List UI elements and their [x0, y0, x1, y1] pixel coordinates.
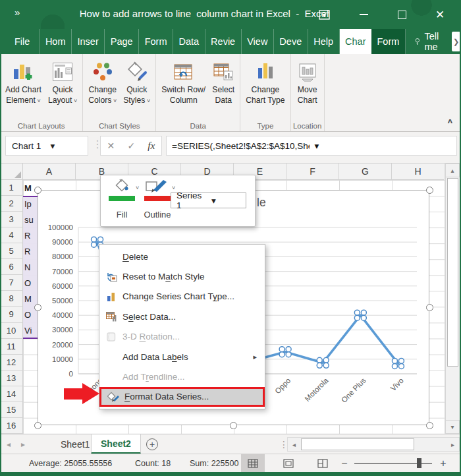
tab-page[interactable]: Page	[105, 29, 139, 54]
tab-deve[interactable]: Deve	[274, 29, 308, 54]
selected-point-marker[interactable]	[361, 310, 366, 315]
ribbon-button-change-chart-type[interactable]: ChangeChart Type	[242, 57, 288, 107]
sheet-nav-right-icon[interactable]: ▸	[21, 434, 25, 454]
vertical-scrollbar[interactable]: ▴ ▾	[445, 164, 460, 434]
row-header-6[interactable]: 6	[0, 259, 23, 275]
menu-item-change-series-chart-type[interactable]: Change Series Chart Type...	[99, 287, 265, 307]
cell-a2[interactable]: Ip	[24, 196, 37, 212]
ribbon-button-change-colors[interactable]: ChangeColors ˅	[85, 57, 120, 107]
close-button[interactable]: ✕	[427, 0, 453, 29]
selected-point-marker[interactable]	[286, 347, 291, 352]
page-break-view-button[interactable]	[311, 454, 335, 472]
selected-point-marker[interactable]	[92, 242, 97, 247]
chart-element-selector-dropdown-icon[interactable]: ▾	[206, 195, 246, 206]
tab-inser[interactable]: Inser	[72, 29, 105, 54]
selected-point-marker[interactable]	[398, 358, 404, 363]
column-header-h[interactable]: H	[392, 164, 445, 180]
scroll-up-icon[interactable]: ▴	[445, 164, 460, 177]
formula-input[interactable]: =SERIES(,Sheet2!$A$2:$A$10,Sheet2!$B$2: …	[166, 136, 457, 156]
normal-view-button[interactable]	[241, 454, 265, 472]
row-header-8[interactable]: 8	[0, 291, 23, 307]
scroll-left-icon[interactable]: ◂	[288, 438, 300, 451]
outline-button[interactable]	[144, 179, 171, 201]
selected-point-marker[interactable]	[317, 357, 322, 363]
chart-element-selector[interactable]: Series 1 ▾	[171, 193, 246, 208]
chart-title-partial[interactable]: le	[257, 196, 266, 210]
tab-help[interactable]: Help	[308, 29, 340, 54]
tab-data[interactable]: Data	[173, 29, 205, 54]
name-box[interactable]: Chart 1 ▾	[5, 136, 88, 156]
name-box-dropdown-icon[interactable]: ▾	[45, 140, 88, 151]
row-header-9[interactable]: 9	[0, 307, 23, 322]
selected-point-marker[interactable]	[98, 237, 103, 242]
selected-point-marker[interactable]	[361, 315, 366, 320]
row-header-4[interactable]: 4	[0, 227, 23, 243]
row-header-11[interactable]: 11	[0, 339, 23, 355]
selected-point-marker[interactable]	[286, 352, 291, 357]
scroll-right-icon[interactable]: ▸	[447, 438, 459, 451]
menu-item-3-d-rotation[interactable]: 3-D Rotation...	[99, 327, 265, 347]
row-header-13[interactable]: 13	[0, 371, 23, 386]
menu-item-select-data[interactable]: Select Data...	[99, 307, 265, 326]
collapse-ribbon-icon[interactable]: ᴧ	[448, 117, 452, 125]
zoom-in-icon[interactable]: +	[437, 454, 450, 472]
row-header-2[interactable]: 2	[0, 196, 23, 212]
new-sheet-button[interactable]: +	[146, 438, 158, 450]
insert-function-icon[interactable]: fx	[148, 140, 155, 152]
horizontal-scrollbar[interactable]: ◂ ▸	[287, 437, 460, 452]
vertical-scroll-thumb[interactable]	[447, 178, 458, 367]
row-header-5[interactable]: 5	[0, 243, 23, 259]
cell-a5[interactable]: R	[24, 243, 37, 259]
zoom-slider-thumb[interactable]	[417, 458, 421, 468]
selected-point-marker[interactable]	[323, 357, 329, 363]
row-header-16[interactable]: 16	[0, 418, 23, 434]
selected-point-marker[interactable]	[279, 352, 285, 357]
ribbon-button-move-chart[interactable]: MoveChart	[293, 57, 322, 107]
selected-point-marker[interactable]	[398, 363, 404, 369]
selected-point-marker[interactable]	[354, 315, 360, 320]
column-header-a[interactable]: A	[23, 164, 76, 180]
zoom-out-icon[interactable]: −	[338, 454, 351, 472]
ribbon-button-select-data[interactable]: SelectData	[209, 57, 238, 107]
ribbon-display-options-button[interactable]	[311, 0, 337, 29]
row-header-14[interactable]: 14	[0, 386, 23, 402]
maximize-button[interactable]	[389, 0, 415, 29]
ribbon-button-switch-row-column[interactable]: Switch Row/Column	[158, 57, 209, 107]
menu-item-add-data-labels[interactable]: Add Data Labels▸	[99, 347, 265, 367]
selected-point-marker[interactable]	[317, 363, 322, 368]
ribbon-button-add-chart-element[interactable]: Add ChartElement ˅	[2, 57, 45, 107]
selected-point-marker[interactable]	[392, 358, 397, 363]
selected-point-marker[interactable]	[354, 310, 360, 315]
select-all-button[interactable]	[0, 164, 23, 180]
tab-file[interactable]: File	[5, 29, 40, 54]
cell-a10[interactable]: Vi	[24, 323, 37, 339]
sheet-nav-left-icon[interactable]: ◂	[7, 434, 11, 454]
chart-resize-handle-top-left[interactable]	[34, 187, 41, 194]
ribbon-button-quick-layout[interactable]: QuickLayout ˅	[45, 57, 80, 107]
sheet-tab-sheet2[interactable]: Sheet2	[91, 434, 141, 454]
column-header-f[interactable]: F	[286, 164, 339, 180]
chart-resize-handle-middle-right[interactable]	[426, 304, 433, 311]
horizontal-scroll-thumb[interactable]	[301, 438, 414, 450]
selected-point-marker[interactable]	[279, 347, 285, 352]
formula-bar-expand-icon[interactable]: ▾	[310, 140, 457, 151]
selected-point-marker[interactable]	[92, 237, 97, 242]
cell-a7[interactable]: O	[24, 275, 37, 291]
cell-a4[interactable]: R	[24, 227, 37, 243]
tab-revie[interactable]: Revie	[205, 29, 242, 54]
row-header-12[interactable]: 12	[0, 355, 23, 371]
minimize-button[interactable]	[350, 0, 377, 29]
tab-hom[interactable]: Hom	[40, 29, 72, 54]
row-header-3[interactable]: 3	[0, 212, 23, 227]
scroll-down-icon[interactable]: ▾	[445, 420, 460, 434]
tell-me-button[interactable]: Tell me	[415, 29, 443, 54]
chart-resize-handle-top-right[interactable]	[426, 187, 433, 194]
column-header-g[interactable]: G	[339, 164, 392, 180]
menu-item-reset-to-match-style[interactable]: Reset to Match Style	[99, 266, 265, 286]
ribbon-button-quick-styles[interactable]: QuickStyles ˅	[120, 57, 153, 107]
menu-item-add-trendline[interactable]: Add Trendline...	[99, 367, 265, 386]
tab-form[interactable]: Form	[371, 29, 406, 54]
fill-button[interactable]	[109, 179, 135, 201]
cell-a6[interactable]: N	[24, 259, 37, 275]
chart-resize-handle-bottom-middle[interactable]	[230, 422, 237, 429]
